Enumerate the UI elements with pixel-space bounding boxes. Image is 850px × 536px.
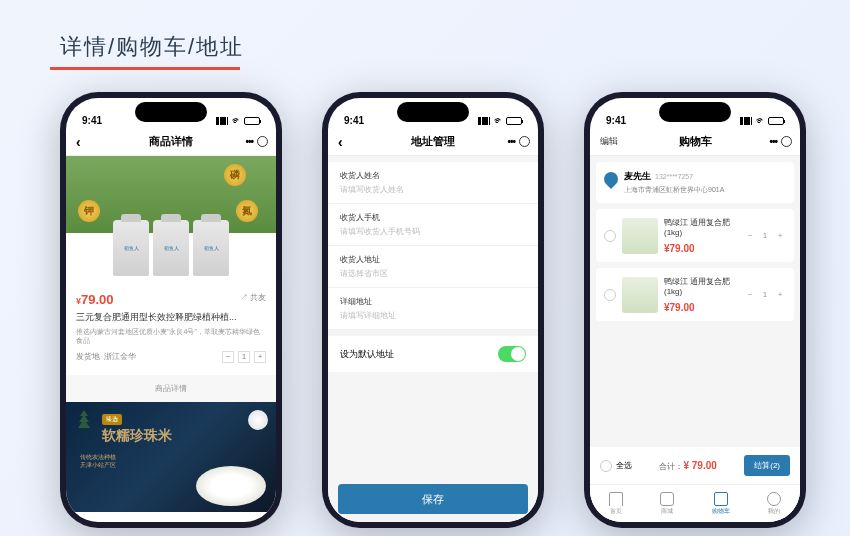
name-field[interactable]: 收货人姓名请填写收货人姓名: [328, 162, 538, 204]
address-form: 收货人姓名请填写收货人姓名 收货人手机请填写收货人手机号码 收货人地址请选择省市…: [328, 162, 538, 330]
plus-button[interactable]: +: [774, 289, 786, 301]
promo-banner[interactable]: 臻选 软糯珍珠米 传统农法种植天津小站产区: [66, 402, 276, 512]
item-thumbnail[interactable]: [622, 277, 658, 313]
status-time: 9:41: [82, 115, 102, 126]
element-badge: 氮: [236, 200, 258, 222]
tab-home[interactable]: 首页: [609, 492, 623, 516]
cart-summary-bar: 全选 合计：¥ 79.00 结算(2): [590, 447, 800, 484]
total-label: 合计：: [659, 462, 683, 471]
item-price: ¥79.00: [664, 302, 738, 313]
signal-icon: [740, 117, 752, 125]
item-price: ¥79.00: [664, 243, 738, 254]
banner-tag: 臻选: [102, 414, 122, 425]
qty-value: 1: [759, 289, 771, 301]
qty-value: 1: [238, 351, 250, 363]
checkout-button[interactable]: 结算(2): [744, 455, 790, 476]
cart-list: 鸭绿江 通用复合肥 (1kg)¥79.00 −1+ 鸭绿江 通用复合肥 (1kg…: [590, 203, 800, 447]
nav-title: 购物车: [679, 134, 712, 149]
battery-icon: [506, 117, 522, 125]
target-icon[interactable]: [257, 136, 268, 147]
plus-button[interactable]: +: [254, 351, 266, 363]
item-thumbnail[interactable]: [622, 218, 658, 254]
notch: [135, 102, 207, 122]
phone-cart: 9:41 ᯤ 编辑 购物车 ••• 麦先生132****7257 上海市青浦区虹…: [584, 92, 806, 528]
wifi-icon: ᯤ: [231, 115, 241, 126]
tab-mall[interactable]: 商城: [660, 492, 674, 516]
phone-address: 9:41 ᯤ ‹ 地址管理 ••• 收货人姓名请填写收货人姓名 收货人手机请填写…: [322, 92, 544, 528]
edit-button[interactable]: 编辑: [600, 135, 618, 148]
quantity-stepper[interactable]: −1+: [222, 351, 266, 363]
target-icon[interactable]: [781, 136, 792, 147]
ship-label: 发货地: [76, 352, 100, 361]
default-switch-row: 设为默认地址: [328, 336, 538, 372]
navbar: 编辑 购物车 •••: [590, 128, 800, 156]
rice-image: [196, 466, 266, 506]
banner-title: 软糯珍珠米: [102, 427, 266, 445]
battery-icon: [768, 117, 784, 125]
cart-item: 鸭绿江 通用复合肥 (1kg)¥79.00 −1+: [596, 209, 794, 262]
item-name: 鸭绿江 通用复合肥 (1kg): [664, 217, 738, 237]
more-icon[interactable]: •••: [507, 136, 515, 147]
addr-phone: 132****7257: [655, 173, 693, 180]
target-icon[interactable]: [519, 136, 530, 147]
pin-icon: [601, 169, 621, 189]
quantity-stepper[interactable]: −1+: [744, 230, 786, 242]
plus-button[interactable]: +: [774, 230, 786, 242]
notch: [397, 102, 469, 122]
grid-icon: [660, 492, 674, 506]
tab-cart[interactable]: 购物车: [712, 492, 730, 516]
tab-profile[interactable]: 我的: [767, 492, 781, 516]
addr-name: 麦先生: [624, 171, 651, 181]
more-icon[interactable]: •••: [769, 136, 777, 147]
region-field[interactable]: 收货人地址请选择省市区: [328, 246, 538, 288]
select-all-checkbox[interactable]: [600, 460, 612, 472]
share-button[interactable]: ↗ 共友: [240, 292, 266, 303]
product-desc: 推选内蒙古河套地区优质小麦"永良4号"，萃取麦芯精华绿色食品: [76, 327, 266, 345]
product-info: ¥79.00 ↗ 共友 三元复合肥通用型长效控释肥绿植种植... 推选内蒙古河套…: [66, 284, 276, 371]
phone-field[interactable]: 收货人手机请填写收货人手机号码: [328, 204, 538, 246]
tab-bar: 首页 商城 购物车 我的: [590, 484, 800, 522]
home-icon: [609, 492, 623, 506]
product-bottle: 稻鱼人: [193, 220, 229, 276]
item-checkbox[interactable]: [604, 289, 616, 301]
cart-item: 鸭绿江 通用复合肥 (1kg)¥79.00 −1+: [596, 268, 794, 321]
product-price: ¥79.00: [76, 292, 114, 307]
element-badge: 磷: [224, 164, 246, 186]
addr-full: 上海市青浦区虹桥世界中心901A: [624, 185, 724, 195]
element-badge: 钾: [78, 200, 100, 222]
pine-icon: [72, 408, 96, 432]
more-icon[interactable]: •••: [245, 136, 253, 147]
item-checkbox[interactable]: [604, 230, 616, 242]
user-icon: [767, 492, 781, 506]
nav-title: 地址管理: [411, 134, 455, 149]
address-card[interactable]: 麦先生132****7257 上海市青浦区虹桥世界中心901A: [596, 162, 794, 203]
back-button[interactable]: ‹: [338, 134, 343, 150]
product-bottle: 稻鱼人: [153, 220, 189, 276]
select-all-label: 全选: [616, 460, 632, 471]
default-toggle[interactable]: [498, 346, 526, 362]
back-button[interactable]: ‹: [76, 134, 81, 150]
battery-icon: [244, 117, 260, 125]
signal-icon: [216, 117, 228, 125]
notch: [659, 102, 731, 122]
minus-button[interactable]: −: [744, 289, 756, 301]
brand-badge: [248, 410, 268, 430]
wifi-icon: ᯤ: [493, 115, 503, 126]
navbar: ‹ 地址管理 •••: [328, 128, 538, 156]
minus-button[interactable]: −: [744, 230, 756, 242]
total-price: ¥ 79.00: [683, 460, 716, 471]
page-heading: 详情/购物车/地址: [60, 32, 244, 62]
detail-field[interactable]: 详细地址请填写详细地址: [328, 288, 538, 330]
ship-location: 浙江金华: [104, 352, 136, 361]
item-name: 鸭绿江 通用复合肥 (1kg): [664, 276, 738, 296]
navbar: ‹ 商品详情 •••: [66, 128, 276, 156]
default-label: 设为默认地址: [340, 348, 394, 361]
wifi-icon: ᯤ: [755, 115, 765, 126]
qty-value: 1: [759, 230, 771, 242]
product-title: 三元复合肥通用型长效控释肥绿植种植...: [76, 311, 266, 324]
quantity-stepper[interactable]: −1+: [744, 289, 786, 301]
minus-button[interactable]: −: [222, 351, 234, 363]
save-button[interactable]: 保存: [338, 484, 528, 514]
cart-icon: [714, 492, 728, 506]
signal-icon: [478, 117, 490, 125]
